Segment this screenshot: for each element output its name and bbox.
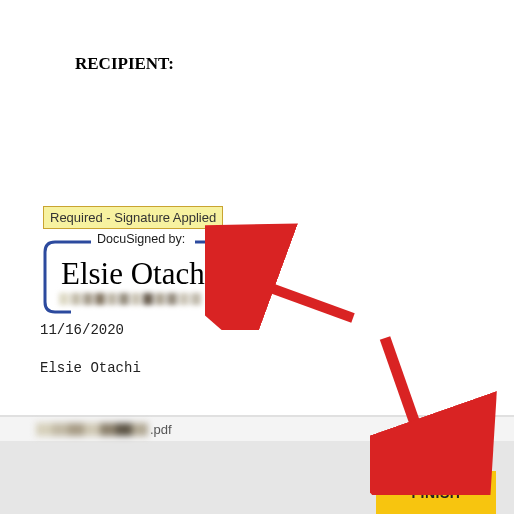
document-area: RECIPIENT: Required - Signature Applied … — [0, 0, 514, 415]
finish-button[interactable]: FINISH — [376, 471, 496, 514]
signature-field[interactable]: DocuSigned by: Elsie Otachi — [43, 234, 217, 314]
status-badge: Required - Signature Applied — [43, 206, 223, 229]
recipient-label: RECIPIENT: — [75, 54, 174, 74]
file-extension: .pdf — [150, 422, 172, 437]
signature-box-label: DocuSigned by: — [95, 232, 187, 246]
signature-script: Elsie Otachi — [61, 256, 213, 292]
printed-name: Elsie Otachi — [40, 360, 141, 376]
filename-redacted — [36, 423, 148, 436]
file-row: .pdf — [0, 415, 514, 441]
signature-hash-redacted — [59, 293, 201, 305]
footer-bar: .pdf FINISH — [0, 415, 514, 514]
signature-date: 11/16/2020 — [40, 322, 124, 338]
